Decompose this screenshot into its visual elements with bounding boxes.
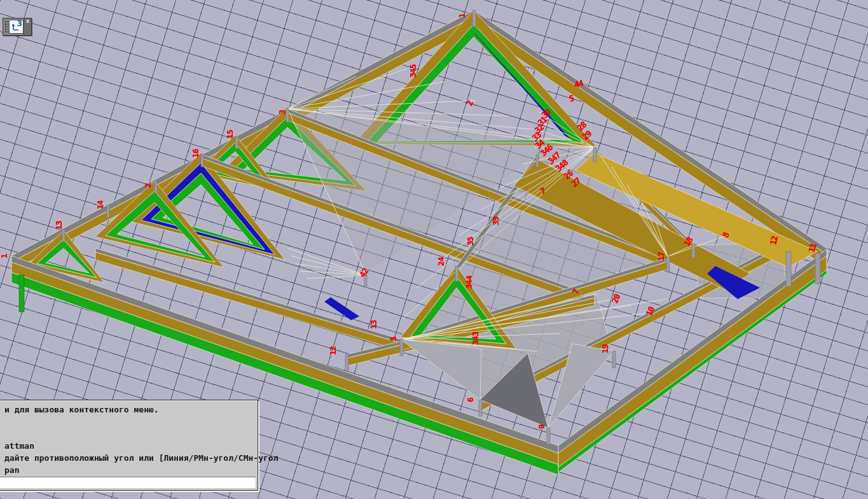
command-history-line: и для вызова контекстного меню. [4, 404, 251, 416]
ucs-toolbar[interactable]: 3 x [3, 18, 32, 36]
command-input-line[interactable] [0, 477, 256, 488]
ucs-number: 3 [17, 19, 22, 28]
close-icon[interactable]: x [24, 18, 31, 35]
command-history-line: attman [4, 440, 251, 452]
command-history-line [4, 428, 251, 440]
viewport-3d[interactable]: 1345244531516214131303132333434634734826… [0, 0, 868, 499]
toolbar-grip-handle[interactable] [4, 20, 8, 34]
command-history: и для вызова контекстного меню.attmanдай… [0, 400, 258, 476]
command-history-line: дайте противоположный угол или [Линия/РМ… [4, 452, 251, 464]
ucs-icon-button[interactable]: 3 [9, 20, 24, 34]
command-history-line: pan [4, 464, 251, 476]
command-window[interactable]: и для вызова контекстного меню.attmanдай… [0, 400, 258, 491]
command-history-line [4, 416, 251, 428]
cad-application-window: 1345244531516214131303132333434634734826… [0, 0, 868, 499]
